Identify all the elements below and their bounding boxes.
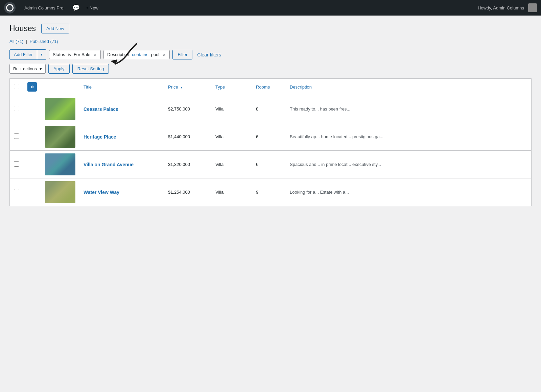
row-checkbox[interactable] (14, 189, 19, 194)
status-filter-chip: Status is For Sale × (49, 50, 101, 59)
subnav-all-link[interactable]: All (71) (9, 39, 25, 44)
filter-button[interactable]: Filter (172, 50, 192, 59)
page-title: Houses (9, 24, 36, 33)
row-title-link[interactable]: Heritage Place (84, 134, 116, 140)
table-row: Villa on Grand Avenue $1,320,000 Villa 6… (10, 151, 532, 178)
col-header-checkbox (10, 79, 24, 95)
table-row: Ceasars Palace $2,750,000 Villa 8 This r… (10, 95, 532, 123)
filter1-value: For Sale (74, 52, 90, 57)
row-checkbox-cell (10, 151, 24, 178)
row-price-cell: $1,254,000 (164, 178, 211, 206)
row-thumb-cell (41, 95, 79, 123)
comments-icon[interactable]: 💬 (72, 4, 80, 11)
add-filter-group: Add Filter ▾ (9, 49, 46, 60)
subnav: All (71) | Published (71) (9, 39, 532, 44)
row-checkbox[interactable] (14, 106, 19, 111)
col-header-description[interactable]: Description (286, 79, 532, 95)
row-icon-cell (23, 151, 41, 178)
status-filter-close[interactable]: × (93, 52, 97, 57)
row-price-cell: $2,750,000 (164, 95, 211, 123)
row-description-cell: Spacious and... in prime locat... execut… (286, 151, 532, 178)
col-header-price[interactable]: Price ▾ (164, 79, 211, 95)
filter1-is: is (68, 52, 71, 57)
apply-button[interactable]: Apply (48, 64, 70, 74)
clear-filters-link[interactable]: Clear filters (195, 52, 223, 57)
row-checkbox[interactable] (14, 133, 19, 139)
col-header-thumb (41, 79, 79, 95)
page-header: Houses Add New (9, 24, 532, 33)
row-title-link[interactable]: Villa on Grand Avenue (84, 162, 134, 167)
row-type-cell: Villa (211, 151, 252, 178)
col-header-title[interactable]: Title (79, 79, 164, 95)
row-title-link[interactable]: Ceasars Palace (84, 106, 118, 112)
howdy-text: Howdy, Admin Columns (478, 5, 524, 10)
row-title-cell: Heritage Place (79, 123, 164, 151)
main-content: Houses Add New All (71) | Published (71)… (0, 16, 541, 392)
row-icon-cell (23, 178, 41, 206)
row-description-cell: Looking for a... Estate with a... (286, 178, 532, 206)
bulk-arrow-icon: ▾ (40, 66, 42, 71)
house-thumbnail (45, 181, 75, 203)
wp-logo[interactable] (4, 2, 16, 14)
col-header-type[interactable]: Type (211, 79, 252, 95)
add-new-button[interactable]: Add New (41, 24, 69, 33)
table-row: Water View Way $1,254,000 Villa 9 Lookin… (10, 178, 532, 206)
reset-sorting-button[interactable]: Reset Sorting (72, 64, 109, 74)
row-description-cell: Beautifully ap... home located... presti… (286, 123, 532, 151)
posts-table: ⚙ Title Price ▾ Type Rooms Description (9, 78, 532, 206)
site-name-link[interactable]: Admin Columns Pro (22, 4, 66, 12)
filter2-prefix: Description (107, 52, 129, 57)
subnav-published-link[interactable]: Published (71) (30, 39, 58, 44)
col-header-icon: ⚙ (23, 79, 41, 95)
row-type-cell: Villa (211, 178, 252, 206)
sort-icon: ▾ (181, 85, 182, 89)
table-body: Ceasars Palace $2,750,000 Villa 8 This r… (10, 95, 532, 206)
add-filter-button[interactable]: Add Filter (10, 50, 37, 59)
row-price-cell: $1,440,000 (164, 123, 211, 151)
row-thumb-cell (41, 151, 79, 178)
row-title-cell: Water View Way (79, 178, 164, 206)
house-thumbnail (45, 153, 75, 175)
subnav-sep: | (26, 39, 27, 44)
admin-columns-icon: ⚙ (27, 82, 37, 92)
adminbar-right: Howdy, Admin Columns (478, 3, 537, 12)
row-price-cell: $1,320,000 (164, 151, 211, 178)
bulk-actions-select[interactable]: Bulk actions ▾ (9, 64, 46, 74)
row-title-cell: Villa on Grand Avenue (79, 151, 164, 178)
select-all-checkbox[interactable] (14, 84, 19, 89)
row-checkbox-cell (10, 123, 24, 151)
house-thumbnail (45, 126, 75, 148)
row-description-cell: This ready to... has been fres... (286, 95, 532, 123)
add-filter-arrow-button[interactable]: ▾ (37, 50, 46, 59)
row-rooms-cell: 6 (252, 151, 286, 178)
new-label[interactable]: + New (86, 5, 98, 10)
row-title-cell: Ceasars Palace (79, 95, 164, 123)
row-type-cell: Villa (211, 123, 252, 151)
row-title-link[interactable]: Water View Way (84, 190, 119, 195)
row-icon-cell (23, 123, 41, 151)
description-filter-close[interactable]: × (162, 52, 166, 57)
row-checkbox-cell (10, 95, 24, 123)
row-checkbox[interactable] (14, 161, 19, 167)
bulk-actions-label: Bulk actions (13, 66, 37, 71)
filter1-prefix: Status (53, 52, 65, 57)
filter-row: Add Filter ▾ Status is For Sale × Descri… (9, 49, 532, 60)
row-icon-cell (23, 95, 41, 123)
col-header-rooms[interactable]: Rooms (252, 79, 286, 95)
table-row: Heritage Place $1,440,000 Villa 6 Beauti… (10, 123, 532, 151)
new-menu[interactable]: + New (86, 5, 98, 10)
table-header-row: ⚙ Title Price ▾ Type Rooms Description (10, 79, 532, 95)
row-rooms-cell: 9 (252, 178, 286, 206)
row-rooms-cell: 8 (252, 95, 286, 123)
row-thumb-cell (41, 178, 79, 206)
avatar[interactable] (528, 3, 537, 12)
bulk-row: Bulk actions ▾ Apply Reset Sorting (9, 64, 532, 74)
row-thumb-cell (41, 123, 79, 151)
row-checkbox-cell (10, 178, 24, 206)
row-type-cell: Villa (211, 95, 252, 123)
filter2-value: pool (151, 52, 160, 57)
house-thumbnail (45, 98, 75, 120)
admin-bar: Admin Columns Pro 💬 + New Howdy, Admin C… (0, 0, 541, 16)
filter2-contains: contains (132, 52, 148, 57)
description-filter-chip: Description contains pool × (103, 50, 170, 59)
